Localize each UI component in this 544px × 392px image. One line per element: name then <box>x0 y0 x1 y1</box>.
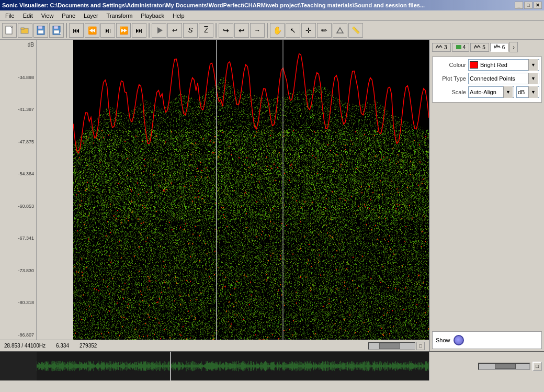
toolbar: + ⏮ ⏪ ⏯ ⏩ ⏭ ↩ S Z ↪ ↩ → ✋ ↖ ✛ ✏ 📏 <box>0 21 544 40</box>
position-display: 28.853 / 44100Hz <box>4 343 46 349</box>
y-label-3: -47.875 <box>2 139 34 144</box>
show-label: Show <box>436 337 450 343</box>
tool-arrow[interactable]: → <box>250 23 265 38</box>
db-label: dB <box>2 42 34 48</box>
minimize-button[interactable]: _ <box>515 2 523 9</box>
open-button[interactable] <box>18 23 32 38</box>
select-tool[interactable]: ✋ <box>270 23 285 38</box>
tool-arrow-left[interactable]: ↩ <box>234 23 249 38</box>
eraser-tool[interactable] <box>333 23 347 38</box>
spectrogram-container: dB -34.898 -41.387 -47.875 -54.364 -60.8… <box>0 40 429 351</box>
tab-scroll-right[interactable]: › <box>509 42 518 52</box>
main-content: dB -34.898 -41.387 -47.875 -54.364 -60.8… <box>0 40 544 351</box>
colour-value: Bright Red <box>480 62 528 68</box>
tab-5[interactable]: 5 <box>470 43 489 52</box>
maximize-button[interactable]: □ <box>524 2 532 9</box>
waveform-playhead <box>170 352 171 380</box>
menu-view[interactable]: View <box>38 12 57 20</box>
menu-file[interactable]: File <box>2 12 18 20</box>
svg-rect-2 <box>21 28 24 29</box>
y-label-6: -67.341 <box>2 236 34 241</box>
svg-rect-4 <box>38 26 42 29</box>
record-button[interactable] <box>152 23 166 38</box>
scale-value-1: Auto-Align <box>470 89 503 95</box>
tab-3[interactable]: 3 <box>432 43 451 52</box>
time-display: 6.334 <box>56 343 69 349</box>
svg-marker-11 <box>337 28 343 33</box>
saveas-button[interactable]: + <box>49 23 64 38</box>
crosshair-tool[interactable]: ✛ <box>301 23 316 38</box>
y-label-8: -80.318 <box>2 300 34 305</box>
scale-dropdown-1[interactable]: Auto-Align ▼ <box>468 86 514 98</box>
menu-help[interactable]: Help <box>169 12 188 20</box>
waveform-bar: □ <box>0 351 544 380</box>
z-button[interactable]: Z <box>199 23 213 38</box>
plot-type-row: Plot Type Connected Points ▼ <box>435 73 539 84</box>
plot-type-dropdown-arrow[interactable]: ▼ <box>528 73 538 84</box>
y-label-2: -41.387 <box>2 107 34 112</box>
pencil-tool[interactable]: ✏ <box>317 23 332 38</box>
cursor-tool[interactable]: ↖ <box>286 23 300 38</box>
plot-type-dropdown[interactable]: Connected Points ▼ <box>468 73 539 84</box>
sep2 <box>149 23 150 38</box>
plot-type-label: Plot Type <box>435 75 466 82</box>
menu-edit[interactable]: Edit <box>20 12 36 20</box>
s-button[interactable]: S <box>183 23 198 38</box>
scroll-end-btn[interactable]: □ <box>416 342 425 350</box>
scale-dropdown-1-arrow[interactable]: ▼ <box>503 86 513 98</box>
samples-display: 279352 <box>80 343 97 349</box>
sep1 <box>66 23 67 38</box>
ruler-tool[interactable]: 📏 <box>348 23 363 38</box>
svg-rect-7 <box>54 26 58 29</box>
new-button[interactable] <box>2 23 17 38</box>
rewind-button[interactable]: ⏪ <box>85 23 99 38</box>
fast-forward-button[interactable]: ⏩ <box>116 23 131 38</box>
show-row: Show <box>432 331 542 349</box>
menu-transform[interactable]: Transform <box>104 12 136 20</box>
scale-label: Scale <box>435 89 466 95</box>
tab-4[interactable]: 4 <box>452 43 470 52</box>
save-button[interactable] <box>33 23 48 38</box>
waveform-end-button[interactable]: □ <box>532 362 542 371</box>
status-bar: 28.853 / 44100Hz 6.334 279352 □ <box>0 340 429 351</box>
svg-rect-12 <box>456 45 461 49</box>
y-label-5: -60.853 <box>2 204 34 209</box>
waveform-display[interactable] <box>37 352 429 380</box>
scale-dropdown-2-arrow[interactable]: ▼ <box>528 86 538 98</box>
menu-layer[interactable]: Layer <box>81 12 101 20</box>
svg-rect-5 <box>38 30 43 33</box>
tab-6[interactable]: 6 <box>490 43 509 52</box>
rewind-start-button[interactable]: ⏮ <box>69 23 84 38</box>
svg-marker-10 <box>157 27 163 33</box>
fast-forward-end-button[interactable]: ⏭ <box>132 23 146 38</box>
y-label-7: -73.830 <box>2 268 34 273</box>
scale-dropdown-2[interactable]: dB ▼ <box>516 86 539 98</box>
scale-row: Scale Auto-Align ▼ dB ▼ <box>435 86 539 98</box>
show-toggle[interactable] <box>454 335 464 345</box>
colour-dropdown-arrow[interactable]: ▼ <box>528 59 538 71</box>
colour-dropdown[interactable]: Bright Red ▼ <box>468 59 539 71</box>
loop-button[interactable]: ↩ <box>167 23 182 38</box>
colour-swatch <box>470 61 478 69</box>
sep4 <box>267 23 268 38</box>
title-bar: Sonic Visualiser: C:\Documents and Setti… <box>0 0 544 10</box>
title-text: Sonic Visualiser: C:\Documents and Setti… <box>2 2 425 8</box>
svg-text:+: + <box>59 31 61 35</box>
plot-type-value: Connected Points <box>470 75 528 82</box>
y-label-4: -54.364 <box>2 171 34 176</box>
menu-pane[interactable]: Pane <box>59 12 78 20</box>
tool-arrow-right[interactable]: ↪ <box>219 23 233 38</box>
position-line <box>216 40 217 340</box>
position-line2 <box>282 40 284 340</box>
scale-value-2: dB <box>518 89 528 95</box>
sep3 <box>216 23 217 38</box>
colour-label: Colour <box>435 62 466 68</box>
waveform-scrollbar[interactable] <box>478 363 530 370</box>
panel-tabs: 3 4 5 6 › <box>432 42 542 52</box>
colour-row: Colour Bright Red ▼ <box>435 59 539 71</box>
play-pause-button[interactable]: ⏯ <box>100 23 115 38</box>
spectrogram-canvas[interactable] <box>73 40 429 340</box>
menu-playback[interactable]: Playback <box>138 12 167 20</box>
right-panel: 3 4 5 6 › Colour <box>429 40 544 351</box>
close-button[interactable]: ✕ <box>534 2 542 9</box>
